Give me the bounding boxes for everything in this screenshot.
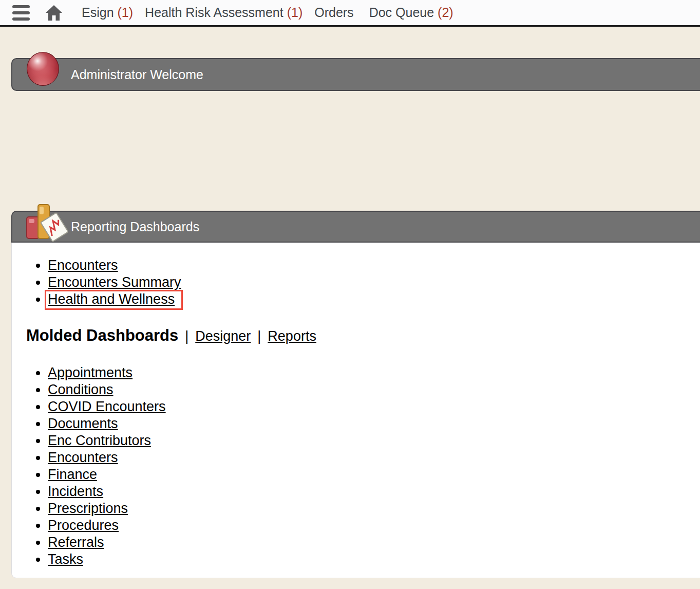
link-conditions[interactable]: Conditions	[48, 382, 113, 397]
link-procedures[interactable]: Procedures	[48, 518, 119, 533]
nav-count-badge: (2)	[438, 5, 453, 20]
link-covid-encounters[interactable]: COVID Encounters	[48, 399, 166, 414]
link-incidents[interactable]: Incidents	[48, 484, 103, 499]
list-item: Referrals	[48, 534, 700, 551]
main-nav: Esign (1) Health Risk Assessment (1) Ord…	[82, 5, 453, 20]
nav-label: Health Risk Assessment	[145, 5, 283, 20]
nav-label: Orders	[314, 5, 353, 20]
nav-label: Esign	[82, 5, 114, 20]
nav-label: Doc Queue	[369, 5, 434, 20]
link-tasks[interactable]: Tasks	[48, 551, 83, 567]
link-encounters-summary[interactable]: Encounters Summary	[48, 274, 181, 290]
list-item: Finance	[48, 466, 700, 483]
reporting-dashboards-body: Encounters Encounters Summary Health and…	[11, 243, 700, 578]
reporting-dashboards-header: Reporting Dashboards	[11, 211, 700, 243]
link-designer[interactable]: Designer	[195, 328, 251, 344]
link-enc-contributors[interactable]: Enc Contributors	[48, 433, 151, 448]
menu-icon[interactable]	[12, 5, 30, 21]
list-item: Enc Contributors	[48, 432, 700, 449]
nav-item-health-risk-assessment[interactable]: Health Risk Assessment (1)	[145, 5, 302, 20]
books-chart-icon	[24, 201, 68, 246]
link-encounters[interactable]: Encounters	[48, 257, 118, 273]
separator: |	[185, 328, 188, 344]
link-health-and-wellness[interactable]: Health and Wellness	[45, 290, 183, 310]
top-nav-bar: Esign (1) Health Risk Assessment (1) Ord…	[0, 0, 700, 27]
molded-links-list: Appointments Conditions COVID Encounters…	[12, 345, 700, 568]
list-item: Encounters Summary	[48, 274, 700, 291]
list-item: Procedures	[48, 517, 700, 534]
molded-dashboards-title: Molded Dashboards	[26, 326, 178, 345]
nav-item-doc-queue[interactable]: Doc Queue (2)	[369, 5, 453, 20]
administrator-welcome-header: Administrator Welcome	[11, 58, 700, 91]
link-referrals[interactable]: Referrals	[48, 535, 104, 550]
administrator-welcome-title: Administrator Welcome	[71, 67, 203, 82]
list-item: Health and Wellness	[48, 291, 700, 308]
list-item: Prescriptions	[48, 500, 700, 517]
list-item: Encounters	[48, 449, 700, 466]
link-prescriptions[interactable]: Prescriptions	[48, 501, 128, 516]
reporting-links-list: Encounters Encounters Summary Health and…	[12, 243, 700, 308]
separator: |	[257, 328, 261, 344]
molded-dashboards-heading: Molded Dashboards | Designer | Reports	[26, 326, 700, 345]
list-item: COVID Encounters	[48, 398, 700, 415]
list-item: Encounters	[48, 257, 700, 274]
link-documents[interactable]: Documents	[48, 416, 118, 431]
nav-item-esign[interactable]: Esign (1)	[82, 5, 133, 20]
link-finance[interactable]: Finance	[48, 467, 97, 482]
nav-count-badge: (1)	[287, 5, 303, 20]
list-item: Appointments	[48, 364, 700, 381]
list-item: Tasks	[48, 551, 700, 568]
nav-item-orders[interactable]: Orders	[314, 5, 357, 20]
reporting-dashboards-title: Reporting Dashboards	[71, 219, 199, 234]
list-item: Documents	[48, 415, 700, 432]
nav-count-badge: (1)	[118, 5, 134, 20]
link-encounters-molded[interactable]: Encounters	[48, 450, 118, 465]
list-item: Conditions	[48, 381, 700, 398]
link-reports[interactable]: Reports	[268, 328, 316, 344]
list-item: Incidents	[48, 483, 700, 500]
link-appointments[interactable]: Appointments	[48, 365, 133, 380]
red-sphere-icon	[27, 52, 59, 86]
home-icon[interactable]	[45, 4, 63, 22]
